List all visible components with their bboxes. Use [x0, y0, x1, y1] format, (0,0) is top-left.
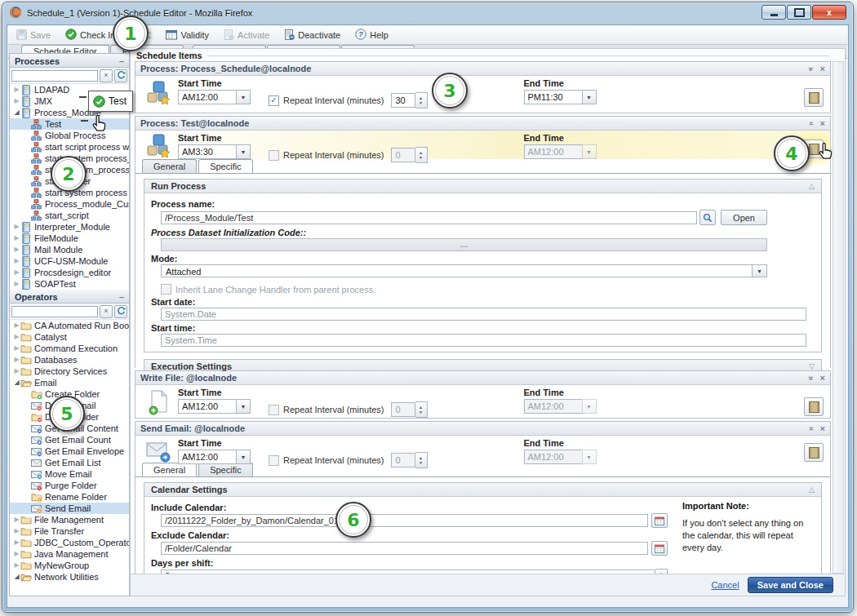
collapse-section-icon[interactable]: » [806, 118, 815, 128]
chevron-down-icon[interactable]: ▼ [236, 399, 251, 414]
process-name-input[interactable] [161, 211, 697, 224]
expand-node-icon[interactable]: ▶ [13, 95, 20, 107]
tree-item-send-email[interactable]: Send Email [10, 503, 129, 514]
refresh-icon[interactable] [114, 69, 127, 82]
tree-item-purge-folder[interactable]: Purge Folder [10, 480, 129, 491]
section-header[interactable]: Write File: @localnode » × [135, 371, 830, 385]
start-date-input[interactable] [161, 308, 806, 321]
tree-item-directory-services[interactable]: ▶Directory Services [10, 366, 129, 377]
calendar-picker-icon[interactable] [651, 541, 668, 556]
tree-item-get-email-envelope[interactable]: Get Email Envelope [10, 445, 129, 457]
tree-item-network-utilities[interactable]: ◢Network Utilities [10, 571, 129, 583]
tree-item-test[interactable]: Test [10, 118, 129, 130]
tree-item-start-script[interactable]: start_script [10, 210, 129, 221]
mode-select[interactable]: Attached ▼ [161, 264, 767, 277]
deactivate-button[interactable]: Deactivate [284, 29, 340, 42]
tree-item-ucf-usm-module[interactable]: ▶UCF-USM-Module [10, 255, 129, 267]
expand-node-icon[interactable]: ▶ [13, 354, 20, 366]
chevron-down-icon[interactable]: ▼ [582, 90, 597, 104]
tab-specific[interactable]: Specific [198, 159, 253, 173]
collapse-box-icon[interactable]: △ [809, 182, 815, 190]
repeat-interval-checkbox[interactable] [269, 405, 279, 415]
dataset-init-button[interactable]: ... [161, 238, 767, 251]
exclude-calendar-input[interactable] [161, 542, 648, 555]
tree-item-command-execution[interactable]: ▶Command Execution [10, 343, 129, 354]
tab-general[interactable]: General [142, 159, 197, 173]
tree-item-mail-module[interactable]: ▶Mail Module [10, 244, 129, 255]
tree-item-soaptest[interactable]: ▶SOAPTest [10, 278, 129, 290]
tree-item-catalyst[interactable]: ▶Catalyst [10, 331, 129, 343]
close-button[interactable]: x [812, 5, 846, 20]
expand-node-icon[interactable]: ▶ [13, 233, 20, 244]
tree-item-interpreter-module[interactable]: ▶Interpreter_Module [10, 221, 129, 233]
section-header[interactable]: Send Email: @localnode » × [135, 422, 830, 436]
close-section-icon[interactable]: × [820, 64, 825, 73]
repeat-minutes-spinner[interactable]: ▲▼ [415, 452, 428, 468]
help-button[interactable]: ?Help [355, 29, 389, 42]
start-time-select[interactable]: AM12:00▼ [178, 399, 251, 414]
expand-node-icon[interactable]: ▶ [13, 537, 20, 548]
repeat-interval-checkbox[interactable] [269, 150, 279, 161]
section-header[interactable]: Process: Process_Schedule@localnode » × [135, 62, 830, 76]
processes-panel-header[interactable]: Processes – [10, 54, 129, 68]
tree-item-filemodule[interactable]: ▶FileModule [10, 233, 129, 244]
expand-node-icon[interactable]: ▶ [13, 366, 20, 377]
chevron-down-icon[interactable]: ▼ [236, 144, 251, 159]
chevron-down-icon[interactable]: ▼ [582, 144, 597, 159]
dataset-button[interactable] [804, 443, 824, 462]
expand-node-icon[interactable]: ▶ [13, 267, 20, 278]
collapse-node-icon[interactable]: ◢ [13, 571, 20, 583]
close-section-icon[interactable]: × [820, 423, 825, 433]
processes-search-input[interactable] [11, 70, 98, 82]
expand-box-icon[interactable]: ▽ [809, 362, 815, 370]
maximize-button[interactable] [787, 5, 811, 20]
chevron-down-icon[interactable]: ▼ [752, 265, 766, 277]
end-time-select[interactable]: AM12:00▼ [524, 144, 597, 159]
vertical-scrollbar[interactable] [833, 61, 844, 574]
tree-item-procsdesign-editor[interactable]: ▶Procsdesign_editor [10, 267, 129, 278]
close-section-icon[interactable]: × [820, 118, 825, 128]
calendar-picker-icon[interactable] [651, 513, 668, 528]
expand-node-icon[interactable]: ▶ [13, 244, 20, 255]
collapse-panel-icon[interactable]: – [118, 57, 126, 65]
close-section-icon[interactable]: × [820, 373, 825, 383]
tree-item-mynewgroup[interactable]: ▶MyNewGroup [10, 560, 129, 571]
chevron-down-icon[interactable]: ▼ [236, 90, 251, 104]
expand-section-icon[interactable]: » [806, 373, 815, 383]
tree-item-file-transfer[interactable]: ▶File Transfer [10, 525, 129, 537]
expand-node-icon[interactable]: ▶ [13, 343, 20, 354]
chevron-down-icon[interactable]: ▼ [582, 450, 597, 464]
tab-general[interactable]: General [142, 463, 197, 476]
tree-item-rename-folder[interactable]: Rename Folder [10, 491, 129, 503]
expand-node-icon[interactable]: ▶ [13, 320, 20, 331]
end-time-select[interactable]: AM12:00▼ [524, 450, 597, 464]
section-header[interactable]: Process: Test@localnode » × [135, 117, 830, 131]
expand-node-icon[interactable]: ▶ [13, 514, 20, 525]
expand-section-icon[interactable]: » [806, 64, 815, 73]
collapse-section-icon[interactable]: » [806, 423, 815, 433]
search-icon[interactable] [699, 210, 716, 225]
tab-specific[interactable]: Specific [198, 463, 253, 476]
validity-button[interactable]: Validity [166, 29, 209, 42]
repeat-minutes-spinner[interactable]: ▲▼ [415, 147, 428, 163]
expand-node-icon[interactable]: ▶ [13, 255, 20, 267]
tree-item-databases[interactable]: ▶Databases [10, 354, 129, 366]
dataset-button[interactable] [804, 88, 824, 107]
operators-search-input[interactable] [11, 306, 98, 317]
activate-button[interactable]: Activate [224, 29, 269, 42]
open-button[interactable]: Open [721, 210, 767, 225]
repeat-minutes-spinner[interactable]: ▲▼ [415, 401, 428, 418]
chevron-down-icon[interactable]: ▼ [236, 450, 251, 464]
repeat-minutes-spinner[interactable]: ▲▼ [415, 92, 428, 109]
include-calendar-input[interactable] [161, 514, 648, 527]
tree-item-file-management[interactable]: ▶File Management [10, 514, 129, 525]
minimize-button[interactable] [762, 5, 786, 20]
tree-item-java-management[interactable]: ▶Java Management [10, 548, 129, 560]
end-time-select[interactable]: PM11:30▼ [524, 90, 597, 104]
run-process-header[interactable]: Run Process △ [144, 179, 821, 193]
tree-item-email[interactable]: ◢Email [10, 377, 129, 388]
expand-node-icon[interactable]: ▶ [13, 331, 20, 343]
calendar-settings-header[interactable]: Calendar Settings △ [144, 483, 821, 497]
collapse-panel-icon[interactable]: – [118, 293, 126, 301]
collapse-node-icon[interactable]: ◢ [13, 107, 20, 118]
